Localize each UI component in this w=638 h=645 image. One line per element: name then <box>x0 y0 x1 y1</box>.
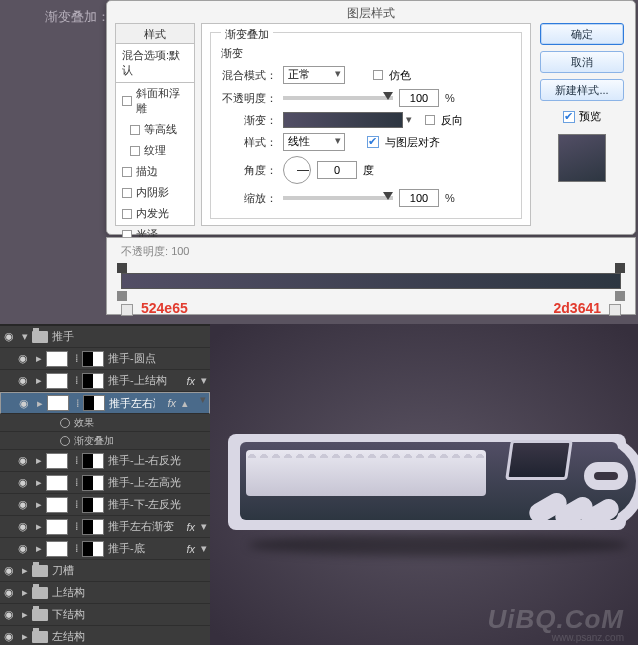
group-row[interactable]: ◉▸上结构 <box>0 582 210 604</box>
fx-expand-icon[interactable]: ▾ <box>198 520 210 533</box>
layer-thumb <box>47 395 69 411</box>
style-stroke[interactable]: 描边 <box>116 161 194 182</box>
group-label: 上结构 <box>52 585 210 600</box>
scale-input[interactable]: 100 <box>399 189 439 207</box>
disclosure-icon[interactable]: ▸ <box>32 476 46 489</box>
disclosure-icon[interactable]: ▸ <box>32 498 46 511</box>
layer-row[interactable]: ◉▸⁞推手-底fx▾ <box>0 538 210 560</box>
visibility-icon[interactable]: ◉ <box>0 630 18 643</box>
layer-label: 推手-上结构 <box>108 373 174 388</box>
fx-expand-icon[interactable]: ▾ <box>198 542 210 555</box>
disclosure-icon[interactable]: ▸ <box>33 397 47 410</box>
checkbox-icon[interactable] <box>122 96 132 106</box>
style-inner-shadow[interactable]: 内阴影 <box>116 182 194 203</box>
style-texture[interactable]: 纹理 <box>116 140 194 161</box>
style-label: 纹理 <box>144 143 166 158</box>
color-stop-right[interactable] <box>615 291 625 301</box>
knife-artwork <box>228 420 626 546</box>
new-style-button[interactable]: 新建样式... <box>540 79 624 101</box>
reverse-checkbox[interactable] <box>425 115 435 125</box>
checkbox-icon[interactable] <box>122 167 132 177</box>
blend-options-default[interactable]: 混合选项:默认 <box>116 44 194 83</box>
fx-effects[interactable]: 效果 <box>0 414 210 432</box>
fx-expand-icon[interactable]: ▴ <box>179 397 191 410</box>
disclosure-icon[interactable]: ▸ <box>32 374 46 387</box>
opacity-stop-left[interactable] <box>117 263 127 273</box>
mask-thumb <box>82 453 104 469</box>
visibility-icon[interactable]: ◉ <box>14 476 32 489</box>
opacity-stop-right[interactable] <box>615 263 625 273</box>
style-select[interactable]: 线性 <box>283 133 345 151</box>
ok-button[interactable]: 确定 <box>540 23 624 45</box>
layer-row[interactable]: ◉▸⁞推手左右渐变-下fx▾ <box>0 516 210 538</box>
visibility-icon[interactable]: ◉ <box>15 397 33 410</box>
fx-badge: fx <box>174 521 198 533</box>
style-contour[interactable]: 等高线 <box>116 119 194 140</box>
checkbox-icon[interactable] <box>122 188 132 198</box>
disclosure-icon[interactable]: ▾ <box>18 330 32 343</box>
fx-badge: fx <box>174 375 198 387</box>
visibility-icon[interactable]: ◉ <box>0 330 18 343</box>
color-stop-left[interactable] <box>117 291 127 301</box>
layer-row[interactable]: ◉▸⁞推手-上-右反光 <box>0 450 210 472</box>
layer-row[interactable]: ◉▸⁞推手-圆点 <box>0 348 210 370</box>
visibility-icon[interactable]: ◉ <box>14 374 32 387</box>
layer-row[interactable]: ◉▸⁞推手-上-左高光 <box>0 472 210 494</box>
preview-checkbox[interactable] <box>563 111 575 123</box>
visibility-icon[interactable]: ◉ <box>0 586 18 599</box>
fx-badge: fx <box>174 543 198 555</box>
disclosure-icon[interactable]: ▸ <box>18 630 32 643</box>
checkbox-icon[interactable] <box>122 209 132 219</box>
angle-dial[interactable] <box>283 156 311 184</box>
angle-input[interactable]: 0 <box>317 161 357 179</box>
visibility-icon[interactable]: ◉ <box>14 520 32 533</box>
cancel-button[interactable]: 取消 <box>540 51 624 73</box>
layer-label: 推手-下-左反光 <box>108 497 210 512</box>
disclosure-icon[interactable]: ▸ <box>18 586 32 599</box>
disclosure-icon[interactable]: ▸ <box>18 608 32 621</box>
group-row[interactable]: ◉▸左结构 <box>0 626 210 645</box>
layer-style-dialog: 图层样式 样式 混合选项:默认 斜面和浮雕 等高线 纹理 描边 内阴影 内发光 … <box>106 0 636 235</box>
folder-icon <box>32 565 48 577</box>
checkbox-icon[interactable] <box>130 125 140 135</box>
fx-gradient-overlay[interactable]: 渐变叠加 <box>0 432 210 450</box>
group-row[interactable]: ◉▸下结构 <box>0 604 210 626</box>
dither-checkbox[interactable] <box>373 70 383 80</box>
disclosure-icon[interactable]: ▸ <box>18 564 32 577</box>
disclosure-icon[interactable]: ▸ <box>32 454 46 467</box>
layer-row[interactable]: ◉▸⁞推手-下-左反光 <box>0 494 210 516</box>
gradient-swatch[interactable] <box>283 112 403 128</box>
layer-label: 推手-圆点 <box>108 351 210 366</box>
watermark-sub: www.psanz.com <box>552 632 624 643</box>
fx-expand-icon[interactable]: ▾ <box>198 374 210 387</box>
disclosure-icon[interactable]: ▸ <box>32 352 46 365</box>
disclosure-icon[interactable]: ▸ <box>32 542 46 555</box>
layer-row[interactable]: ◉▸⁞推手左右渐变-上fx▴ <box>0 392 210 414</box>
blend-mode-select[interactable]: 正常 <box>283 66 345 84</box>
disclosure-icon[interactable]: ▸ <box>32 520 46 533</box>
fx-badge: fx <box>155 397 179 409</box>
style-label: 内发光 <box>136 206 169 221</box>
group-row[interactable]: ◉ ▾ 推手 <box>0 326 210 348</box>
scale-slider[interactable] <box>283 196 393 200</box>
hex-left: 524e65 <box>141 300 188 316</box>
align-checkbox[interactable] <box>367 136 379 148</box>
layers-panel: ◉ ▾ 推手 ◉▸⁞推手-圆点◉▸⁞推手-上结构fx▾◉▸⁞推手左右渐变-上fx… <box>0 324 210 645</box>
checkbox-icon[interactable] <box>130 146 140 156</box>
visibility-icon[interactable]: ◉ <box>14 542 32 555</box>
visibility-icon[interactable]: ◉ <box>14 454 32 467</box>
visibility-icon[interactable]: ◉ <box>0 564 18 577</box>
layer-row[interactable]: ◉▸⁞推手-上结构fx▾ <box>0 370 210 392</box>
visibility-icon[interactable]: ◉ <box>14 352 32 365</box>
link-icon: ⁞ <box>72 476 82 489</box>
style-bevel[interactable]: 斜面和浮雕 <box>116 83 194 119</box>
style-inner-glow[interactable]: 内发光 <box>116 203 194 224</box>
opacity-input[interactable]: 100 <box>399 89 439 107</box>
visibility-icon[interactable]: ◉ <box>14 498 32 511</box>
folder-icon <box>32 631 48 643</box>
group-row[interactable]: ◉▸刀槽 <box>0 560 210 582</box>
link-icon: ⁞ <box>72 542 82 555</box>
gradient-bar[interactable] <box>121 273 621 289</box>
visibility-icon[interactable]: ◉ <box>0 608 18 621</box>
opacity-slider[interactable] <box>283 96 393 100</box>
